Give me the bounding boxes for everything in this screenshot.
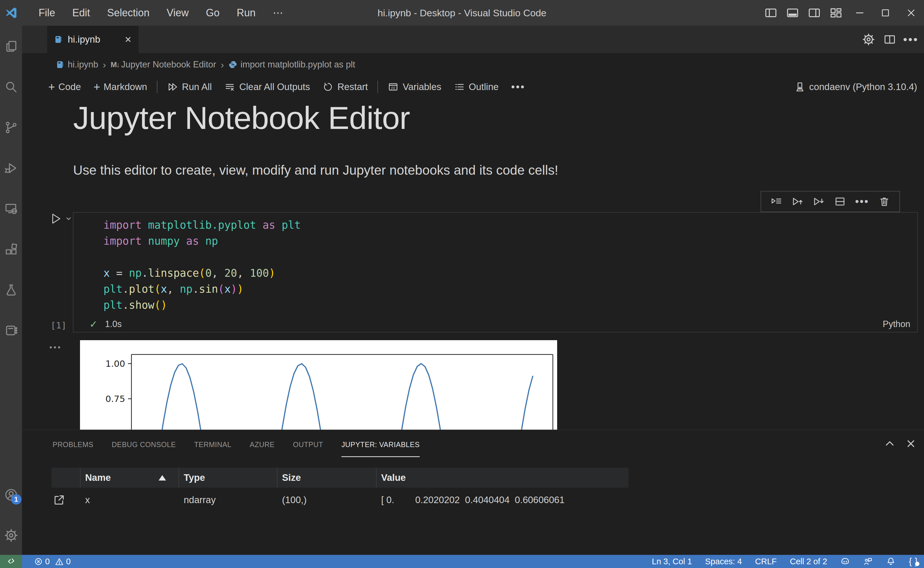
accounts-icon[interactable]: 1: [4, 488, 18, 502]
success-check-icon: ✓: [89, 319, 98, 330]
execution-count: [1]: [51, 320, 66, 331]
panel-tab-azure[interactable]: AZURE: [250, 430, 274, 459]
variables-table-header: Name Type Size Value: [51, 468, 629, 488]
notebook-toolbar: + Code + Markdown Run All Clear All Outp…: [22, 76, 924, 98]
tab-close-icon[interactable]: ✕: [125, 35, 132, 45]
customize-layout-icon[interactable]: [829, 6, 843, 20]
code-editor[interactable]: import matplotlib.pyplot as pltimport nu…: [103, 217, 301, 313]
clear-all-outputs-button[interactable]: Clear All Outputs: [218, 78, 316, 95]
execute-cells-icon[interactable]: [770, 195, 782, 207]
split-editor-icon[interactable]: [883, 33, 897, 46]
restart-kernel-button[interactable]: Restart: [316, 78, 374, 95]
split-cell-icon[interactable]: [834, 195, 846, 207]
panel-tab-terminal[interactable]: TERMINAL: [194, 430, 231, 459]
close-window-button[interactable]: [898, 0, 924, 26]
remote-explorer-icon[interactable]: [4, 202, 18, 216]
run-all-button[interactable]: Run All: [161, 78, 218, 95]
execution-time: 1.0s: [105, 319, 122, 329]
cell-language[interactable]: Python: [883, 319, 910, 329]
add-markdown-cell-button[interactable]: + Markdown: [87, 78, 154, 95]
restart-icon: [323, 82, 333, 92]
formatter-braces-icon[interactable]: { }: [909, 556, 918, 566]
column-header-name[interactable]: Name: [85, 468, 111, 488]
code-cell[interactable]: import matplotlib.pyplot as pltimport nu…: [73, 212, 918, 332]
testing-icon[interactable]: [4, 283, 18, 297]
tab-hi-ipynb[interactable]: hi.ipynb ✕: [47, 26, 139, 53]
variables-button[interactable]: (x) Variables: [381, 78, 448, 95]
run-debug-icon[interactable]: [4, 161, 18, 175]
output-more-actions-icon[interactable]: •••: [50, 343, 62, 352]
open-in-data-viewer-icon[interactable]: [53, 493, 66, 506]
execute-above-cells-icon[interactable]: [791, 195, 803, 207]
menu-file[interactable]: File: [30, 0, 64, 26]
toolbar-more-actions[interactable]: •••: [505, 78, 532, 95]
settings-gear-icon[interactable]: [862, 33, 876, 46]
feedback-icon[interactable]: [863, 557, 873, 566]
cell-position[interactable]: Cell 2 of 2: [790, 557, 828, 566]
delete-cell-icon[interactable]: [878, 195, 890, 207]
notebook-view-icon[interactable]: [4, 323, 18, 337]
outline-button[interactable]: Outline: [448, 78, 505, 95]
bottom-panel: PROBLEMS DEBUG CONSOLE TERMINAL AZURE OU…: [22, 430, 924, 555]
breadcrumb-file[interactable]: hi.ipynb: [68, 59, 98, 70]
source-control-icon[interactable]: [4, 121, 18, 134]
run-all-icon: [167, 82, 178, 92]
run-cell-button[interactable]: [49, 212, 62, 225]
maximize-button[interactable]: [873, 0, 898, 26]
problems-summary[interactable]: 0 0: [22, 555, 76, 568]
variable-size: (100,): [282, 488, 307, 512]
maximize-panel-chevron-icon[interactable]: [884, 438, 897, 451]
eol-sequence[interactable]: CRLF: [755, 557, 777, 566]
column-header-value[interactable]: Value: [381, 468, 406, 488]
variable-name: x: [85, 488, 90, 512]
search-icon[interactable]: [4, 80, 18, 94]
column-header-size[interactable]: Size: [282, 468, 301, 488]
minimize-button[interactable]: [847, 0, 873, 26]
breadcrumb-cell[interactable]: import matplotlib.pyplot as plt: [241, 59, 355, 70]
title-bar: File Edit Selection View Go Run ⋯ hi.ipy…: [0, 0, 924, 26]
remote-indicator[interactable]: [0, 555, 22, 568]
run-options-chevron-icon[interactable]: [64, 215, 73, 223]
menu-selection[interactable]: Selection: [99, 0, 158, 26]
menu-run[interactable]: Run: [228, 0, 264, 26]
execute-cell-and-below-icon[interactable]: [812, 195, 825, 207]
cursor-position[interactable]: Ln 3, Col 1: [652, 557, 692, 566]
indentation[interactable]: Spaces: 4: [705, 557, 742, 566]
markdown-heading: Jupyter Notebook Editor: [73, 100, 410, 136]
window-title: hi.ipynb - Desktop - Visual Studio Code: [378, 8, 547, 18]
panel-tab-output[interactable]: OUTPUT: [293, 430, 323, 459]
table-row[interactable]: x ndarray (100,) [ 0. 0.2020202 0.404040…: [51, 488, 629, 512]
copilot-icon[interactable]: [840, 557, 850, 566]
toggle-panel-icon[interactable]: [786, 6, 799, 20]
add-code-cell-button[interactable]: + Code: [42, 78, 87, 95]
menu-more[interactable]: ⋯: [264, 0, 292, 26]
toolbar-divider: [377, 81, 378, 93]
editor-more-actions-icon[interactable]: •••: [904, 33, 918, 46]
sort-ascending-icon[interactable]: [158, 475, 166, 480]
panel-tab-jupyter-variables[interactable]: JUPYTER: VARIABLES: [341, 430, 420, 459]
column-header-type[interactable]: Type: [184, 468, 205, 488]
menu-go[interactable]: Go: [197, 0, 228, 26]
breadcrumb-section[interactable]: Jupyter Notebook Editor: [121, 59, 216, 70]
toggle-secondary-sidebar-icon[interactable]: [808, 6, 821, 20]
manage-gear-icon[interactable]: [4, 529, 18, 542]
tab-label: hi.ipynb: [68, 34, 122, 45]
kernel-picker[interactable]: condaenv (Python 3.10.4): [794, 81, 917, 93]
activity-bar: 1: [0, 26, 22, 555]
toggle-primary-sidebar-icon[interactable]: [764, 6, 778, 20]
menu-view[interactable]: View: [158, 0, 197, 26]
extensions-icon[interactable]: [4, 242, 18, 256]
panel-tab-debug-console[interactable]: DEBUG CONSOLE: [112, 430, 176, 459]
sine-curve: [151, 364, 533, 430]
toolbar-divider: [157, 81, 157, 93]
plus-icon: +: [93, 82, 100, 92]
variable-value: [ 0. 0.2020202 0.4040404 0.60606061: [381, 488, 565, 512]
close-panel-icon[interactable]: [905, 438, 918, 451]
explorer-icon[interactable]: [4, 39, 18, 53]
cell-more-actions-icon[interactable]: •••: [855, 200, 869, 203]
panel-tab-problems[interactable]: PROBLEMS: [53, 430, 93, 459]
notifications-bell-icon[interactable]: [886, 557, 896, 566]
ytick-2: 0.75: [106, 394, 125, 404]
cell-status-bar: ✓ 1.0s Python: [74, 316, 917, 332]
menu-edit[interactable]: Edit: [64, 0, 99, 26]
